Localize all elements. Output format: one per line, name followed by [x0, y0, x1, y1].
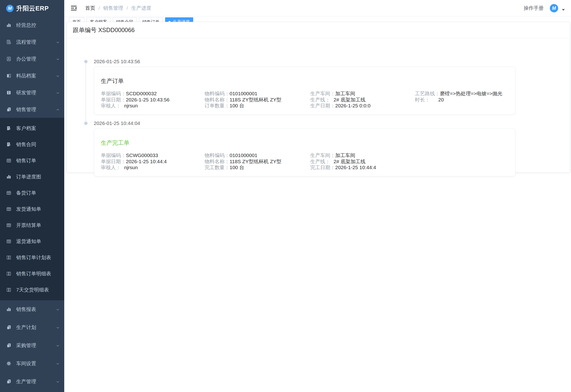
field-value: 100 台	[230, 164, 244, 171]
field-value: SCWG000033	[126, 152, 158, 158]
operation-manual-link[interactable]: 操作手册	[524, 5, 544, 11]
field-value: SCDD000032	[126, 91, 157, 97]
sidebar-item-label: 开票结算单	[16, 222, 41, 229]
field-value: 加工车间	[335, 91, 355, 97]
field-label: 生产线：	[310, 97, 333, 103]
sidebar-item-shipping-notice[interactable]: 发货通知单	[0, 201, 64, 217]
sidebar-item-sales-reports[interactable]: 销售报表	[0, 300, 64, 318]
gear-icon	[6, 361, 11, 366]
production-completion-card: 生产完工单 单据编码：SCWG000033 单据日期：2026-1-25 10:…	[94, 128, 515, 176]
field-value: 2026-1-25 10:44:4	[335, 164, 376, 171]
sidebar-item-return-notice[interactable]: 退货通知单	[0, 233, 64, 250]
field-label: 生产线：	[310, 158, 333, 165]
sidebar-item-business-overview[interactable]: 经营总控	[0, 17, 64, 33]
user-avatar[interactable]: M	[550, 4, 558, 12]
sidebar-item-label: 7天交货明细表	[16, 287, 49, 293]
sidebar-item-label: 车间设置	[16, 360, 36, 367]
sidebar-item-production-plan[interactable]: 生产计划	[0, 318, 64, 336]
table-icon	[6, 223, 11, 228]
field-value: 2# 底架加工线	[333, 158, 365, 165]
field-value: 0101000001	[230, 91, 257, 97]
field-label: 审核人：	[101, 164, 124, 171]
table-icon	[6, 239, 11, 244]
sidebar-item-workshop-settings[interactable]: 车间设置	[0, 354, 64, 373]
field-label: 时长：	[415, 97, 438, 103]
user-menu-caret-icon[interactable]	[562, 9, 565, 11]
breadcrumb-production-progress: 生产进度	[131, 5, 151, 11]
sidebar-item-label: 销售报表	[16, 306, 36, 313]
timeline-timestamp: 2026-01-25 10:44:04	[94, 120, 140, 126]
breadcrumb-sales-mgmt[interactable]: 销售管理	[103, 5, 123, 11]
field-value: njrsun	[124, 164, 138, 171]
field-label: 生产车间：	[310, 152, 335, 158]
chevron-down-icon	[56, 307, 60, 311]
sidebar-item-order-progress-chart[interactable]: 订单进度图	[0, 169, 64, 185]
field-label: 完工数量：	[205, 164, 230, 171]
chevron-down-icon	[56, 361, 60, 366]
sidebar-item-sales-mgmt[interactable]: 销售管理	[0, 101, 64, 118]
sidebar-item-customer-archives[interactable]: 客户档案	[0, 120, 64, 136]
sidebar-item-label: 退货通知单	[16, 238, 41, 245]
sidebar-item-sales-order-detail-report[interactable]: 销售订单明细表	[0, 266, 64, 282]
chevron-up-icon	[56, 107, 60, 112]
sidebar-item-sales-order[interactable]: 销售订单	[0, 153, 64, 169]
sidebar-item-office-mgmt[interactable]: 办公管理	[0, 50, 64, 67]
documents-icon	[6, 379, 11, 384]
materials-book-icon	[6, 73, 11, 78]
sidebar-item-processing-workshop[interactable]: 加工车间	[0, 391, 64, 392]
chevron-down-icon	[56, 343, 60, 348]
sidebar-item-label: 料品档案	[16, 72, 36, 79]
erp-app-window: M 升阳云ERP 经营总控 流程管理 办公管理 料品档案 研发管理	[0, 0, 571, 392]
field-label: 审核人：	[101, 103, 124, 109]
sidebar-item-process-mgmt[interactable]: 流程管理	[0, 33, 64, 50]
sidebar-item-sales-order-plan-report[interactable]: 销售订单计划表	[0, 250, 64, 266]
sidebar-item-label: 订单进度图	[16, 173, 41, 180]
sidebar-item-label: 发货通知单	[16, 206, 41, 212]
sidebar-item-label: 销售订单明细表	[16, 270, 51, 277]
breadcrumb-home[interactable]: 首页	[85, 5, 95, 11]
field-value: 磨镗=>热处理=>电镀=>抛光	[440, 91, 502, 97]
field-value: 2026-1-25 10:44:4	[126, 158, 167, 165]
sidebar-item-rnd-mgmt[interactable]: 研发管理	[0, 84, 64, 101]
sidebar-item-7day-delivery-report[interactable]: 7天交货明细表	[0, 282, 64, 298]
sidebar-item-purchasing-mgmt[interactable]: 采购管理	[0, 336, 64, 354]
breadcrumb-separator: /	[127, 5, 128, 11]
field-label: 单据编码：	[101, 91, 126, 97]
sidebar-item-label: 生产计划	[16, 324, 36, 331]
sidebar-item-label: 研发管理	[16, 89, 36, 96]
sidebar-item-label: 流程管理	[16, 39, 36, 45]
sidebar-item-material-archives[interactable]: 料品档案	[0, 67, 64, 84]
card-title: 生产订单	[101, 78, 515, 84]
open-book-icon	[6, 255, 11, 260]
sidebar-item-invoice-settlement[interactable]: 开票结算单	[0, 217, 64, 233]
document-edit-icon	[6, 126, 11, 131]
sidebar-item-label: 生产管理	[16, 378, 36, 385]
field-value: 0101000001	[230, 152, 257, 158]
chevron-down-icon	[56, 74, 60, 78]
sidebar-toggle-icon[interactable]	[70, 5, 77, 11]
field-label: 生产日期：	[310, 103, 335, 109]
sidebar-item-production-mgmt[interactable]: 生产管理	[0, 373, 64, 391]
sidebar-item-stock-order[interactable]: 备货订单	[0, 185, 64, 201]
field-value: 2026-1-25 0:0:0	[335, 103, 370, 109]
sidebar-item-label: 办公管理	[16, 56, 36, 62]
header-right-tools: 操作手册 M	[524, 0, 565, 16]
field-value: 加工车间	[335, 152, 355, 158]
field-value: 118S ZY型纸杯机 ZY型	[230, 97, 282, 103]
top-header: 首页 / 销售管理 / 生产进度 操作手册 M	[64, 0, 571, 16]
field-label: 订单数量：	[205, 103, 230, 109]
field-value: 118S ZY型纸杯机 ZY型	[230, 158, 282, 165]
breadcrumb-separator: /	[99, 5, 100, 11]
sidebar-item-sales-contract[interactable]: 销售合同	[0, 136, 64, 153]
sidebar-item-label: 备货订单	[16, 190, 36, 196]
timeline-timestamp: 2026-01-25 10:43:56	[94, 59, 140, 64]
field-value: 100 台	[230, 103, 244, 109]
sales-submenu: 客户档案 销售合同 销售订单 订单进度图 备货订单 发货通知单	[0, 118, 64, 300]
rnd-square-icon	[6, 90, 11, 95]
tracking-panel: 跟单编号 XSDD000066 2026-01-25 10:43:56 生产订单…	[67, 22, 570, 172]
field-label: 物料名称：	[205, 158, 230, 165]
chevron-down-icon	[56, 40, 60, 44]
tracking-number-title: 跟单编号 XSDD000066	[67, 22, 570, 38]
sidebar-item-label: 销售合同	[16, 141, 36, 148]
sidebar-item-label: 销售订单计划表	[16, 254, 51, 261]
